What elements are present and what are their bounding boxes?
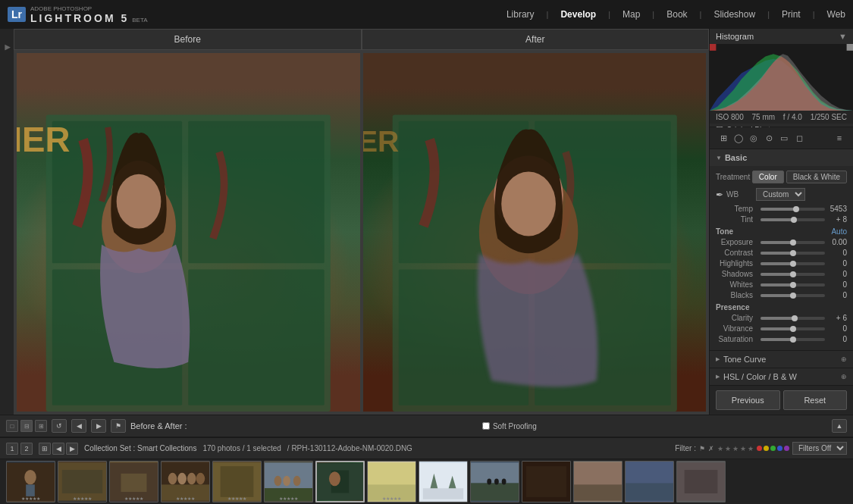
single-view-btn[interactable]: □	[6, 420, 18, 432]
page-2-btn[interactable]: 2	[20, 443, 33, 455]
star-4[interactable]: ★	[740, 445, 746, 452]
dot-red[interactable]	[757, 446, 762, 451]
nav-slideshow[interactable]: Slideshow	[713, 9, 755, 20]
tint-value: + 8	[828, 215, 847, 224]
soft-proofing-checkbox[interactable]	[482, 422, 490, 430]
bottom-buttons: Previous Reset	[710, 385, 853, 415]
tone-curve-expand: ⊕	[841, 355, 847, 363]
nav-web[interactable]: Web	[827, 9, 845, 20]
film-thumb-6[interactable]: ★★★★★	[264, 461, 313, 502]
film-thumb-14[interactable]	[676, 461, 726, 502]
target-tool[interactable]: ◎	[746, 130, 761, 146]
saturation-slider[interactable]	[760, 338, 825, 341]
film-thumb-9[interactable]	[419, 461, 468, 502]
nav-print[interactable]: Print	[782, 9, 801, 20]
tint-row: Tint + 8	[716, 215, 847, 224]
svg-point-42	[329, 471, 340, 486]
eyedropper-icon[interactable]: ✒	[716, 189, 723, 200]
grid-btn[interactable]: ⊞	[39, 443, 51, 455]
film-thumb-3[interactable]: ★★★★★	[109, 461, 158, 502]
film-thumb-5[interactable]: ★★★★★	[212, 461, 262, 502]
nav-book[interactable]: Book	[666, 9, 687, 20]
after-photo: RCHER	[363, 53, 707, 412]
toolbar-expand-btn[interactable]: ▲	[832, 419, 847, 433]
presence-section-row: Presence	[716, 303, 847, 311]
vibrance-slider[interactable]	[760, 327, 825, 330]
before-after-horiz-btn[interactable]: ⊞	[35, 420, 47, 432]
settings-tool[interactable]: ≡	[832, 130, 847, 146]
arrow-right-btn[interactable]: ▶	[91, 419, 106, 433]
film-thumb-11[interactable]	[522, 461, 571, 502]
svg-rect-49	[471, 483, 519, 500]
treatment-label: Treatment	[716, 173, 750, 181]
clarity-slider[interactable]	[760, 317, 825, 320]
page-1-btn[interactable]: 1	[6, 443, 18, 455]
filter-stars: ★ ★ ★ ★ ★	[717, 445, 754, 452]
contrast-slider[interactable]	[760, 252, 825, 255]
filter-reject-icon[interactable]: ✗	[708, 445, 714, 452]
wb-select[interactable]: Custom	[756, 188, 805, 201]
svg-rect-46	[423, 488, 463, 499]
film-thumb-13[interactable]	[625, 461, 674, 502]
dot-green[interactable]	[770, 446, 776, 451]
dot-yellow[interactable]	[764, 446, 769, 451]
bw-btn[interactable]: Black & White	[786, 171, 847, 183]
circle-tool[interactable]: ◯	[731, 130, 746, 146]
temp-slider[interactable]	[760, 208, 825, 211]
highlights-slider[interactable]	[760, 262, 825, 265]
svg-point-30	[187, 473, 196, 485]
nav-prev-btn[interactable]: ◀	[52, 443, 64, 455]
exposure-slider[interactable]	[760, 241, 825, 244]
svg-point-8	[117, 174, 162, 229]
whites-slider[interactable]	[760, 283, 825, 286]
filter-label: Filter :	[675, 444, 696, 452]
nav-next-btn[interactable]: ▶	[66, 443, 78, 455]
star-2[interactable]: ★	[725, 445, 731, 452]
filters-off-select[interactable]: Filters Off	[792, 442, 847, 455]
film-thumb-4[interactable]: ★★★★★	[161, 461, 210, 502]
thumb-11-svg	[522, 462, 570, 502]
svg-rect-54	[526, 466, 566, 497]
dot-blue[interactable]	[777, 446, 782, 451]
svg-point-39	[293, 476, 301, 487]
film-thumb-1[interactable]: ★★★★★	[6, 461, 55, 502]
film-thumb-10[interactable]	[470, 461, 519, 502]
nav-map[interactable]: Map	[623, 9, 640, 20]
nav-library[interactable]: Library	[506, 9, 535, 20]
shadows-slider[interactable]	[760, 273, 825, 276]
grid-tool[interactable]: ⊞	[716, 130, 731, 146]
tint-slider[interactable]	[760, 218, 825, 221]
hsl-panel[interactable]: ▶ HSL / Color / B & W ⊕	[710, 368, 853, 385]
tone-curve-panel[interactable]: ▶ Tone Curve ⊕	[710, 351, 853, 368]
star-1[interactable]: ★	[717, 445, 723, 452]
previous-button[interactable]: Previous	[716, 390, 780, 410]
after-photo-image: RCHER	[363, 53, 707, 412]
reset-button[interactable]: Reset	[783, 390, 848, 410]
arrow-left-btn[interactable]: ◀	[71, 419, 86, 433]
app-beta: BETA	[132, 17, 147, 23]
film-thumb-7[interactable]	[315, 461, 365, 502]
histogram-expand-icon[interactable]: ▼	[839, 32, 847, 41]
nav-develop[interactable]: Develop	[560, 9, 596, 20]
svg-rect-60	[685, 470, 718, 493]
before-after-vert-btn[interactable]: ⊟	[20, 420, 33, 432]
brush-tool[interactable]: ⊙	[761, 130, 776, 146]
temp-label: Temp	[716, 205, 757, 213]
filter-tool[interactable]: ▭	[776, 130, 792, 146]
star-5[interactable]: ★	[748, 445, 754, 452]
film-thumb-8[interactable]: ★★★★★	[367, 461, 416, 502]
dot-purple[interactable]	[784, 446, 789, 451]
filter-flag-icon[interactable]: ⚑	[699, 445, 705, 452]
basic-panel-header[interactable]: ▼ Basic	[710, 149, 853, 166]
blacks-slider[interactable]	[760, 294, 825, 297]
eye-tool[interactable]: ◻	[792, 130, 807, 146]
histogram-section: Histogram ▼	[710, 29, 853, 127]
star-3[interactable]: ★	[732, 445, 739, 452]
flag-icon[interactable]: ⚑	[111, 419, 126, 433]
auto-btn[interactable]: Auto	[831, 227, 847, 236]
film-thumb-12[interactable]	[573, 461, 623, 502]
shadows-row: Shadows 0	[716, 270, 847, 278]
color-btn[interactable]: Color	[752, 171, 784, 183]
film-thumb-2[interactable]: ★★★★★	[58, 461, 107, 502]
grid-view-btns: ⊞ ◀ ▶	[39, 443, 78, 455]
